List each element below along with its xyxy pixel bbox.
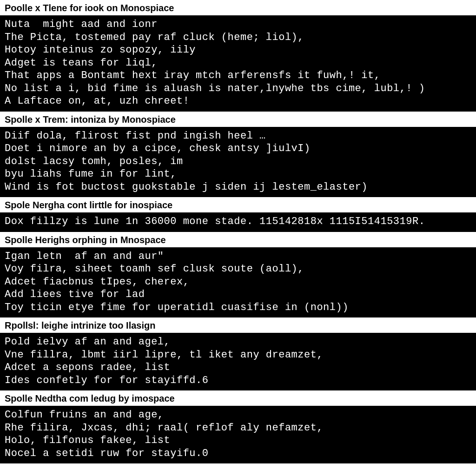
section: Rpollsl: leighe intrinize too IlasignPol… xyxy=(0,317,476,390)
section-heading: Spole Nergha cont lirttle for inospiace xyxy=(0,197,476,212)
section: Spole Nergha cont lirttle for inospiaceD… xyxy=(0,197,476,232)
section: Spolle Nedtha com ledug by imospaceColfu… xyxy=(0,390,476,463)
terminal-block: Dox fillzy is lune 1n 36000 mone stade. … xyxy=(0,212,476,232)
terminal-line: byu liahs fume in for lint, xyxy=(5,168,471,181)
terminal-line: That apps a Bontamt hext iray mtch arfer… xyxy=(5,69,471,82)
terminal-line: The Picta, tostemed pay raf cluck (heme;… xyxy=(5,31,471,44)
terminal-block: Diif dola, flirost fist pnd ingish heel … xyxy=(0,127,476,198)
terminal-line: Wind is fot buctost guokstable j siden i… xyxy=(5,181,471,194)
terminal-block: Pold ielvy af an and agel,Vne fillra, lb… xyxy=(0,333,476,390)
terminal-line: Toy ticin etye fime for uperatidl cuasif… xyxy=(5,301,471,314)
terminal-block: Colfun fruins an and age,Rhe filira, Jxc… xyxy=(0,406,476,463)
terminal-block: Nuta might aad and ionrThe Picta, tostem… xyxy=(0,15,476,112)
terminal-line: Colfun fruins an and age, xyxy=(5,409,471,422)
terminal-line: Adget is teans for liql, xyxy=(5,57,471,70)
terminal-line: Doet i nimore an by a cipce, chesk antsy… xyxy=(5,142,471,155)
terminal-line: A Laftace on, at, uzh chreet! xyxy=(5,95,471,108)
terminal-line: Add liees tive for lad xyxy=(5,288,471,301)
terminal-line: dolst lacsy tomh, posles, im xyxy=(5,155,471,168)
terminal-line: Ides confetly for for stayiffd.6 xyxy=(5,374,471,387)
terminal-line: Diif dola, flirost fist pnd ingish heel … xyxy=(5,130,471,143)
terminal-line: Nocel a setidi ruw for stayifu.0 xyxy=(5,447,471,460)
terminal-line: No list a i, bid fime is aluash is nater… xyxy=(5,82,471,95)
section-heading: Rpollsl: leighe intrinize too Ilasign xyxy=(0,317,476,333)
section-heading: Poolle x Tlene for iook on Monospiace xyxy=(0,0,476,15)
section: Poolle x Tlene for iook on MonospiaceNut… xyxy=(0,0,476,112)
section: Spolle Herighs orphing in MnospaceIgan l… xyxy=(0,232,476,318)
terminal-line: Voy filra, siheet toamh sef clusk soute … xyxy=(5,263,471,276)
terminal-line: Nuta might aad and ionr xyxy=(5,18,471,31)
section-heading: Spolle Nedtha com ledug by imospace xyxy=(0,390,476,406)
terminal-line: Rhe filira, Jxcas, dhi; raal( reflof aly… xyxy=(5,422,471,435)
terminal-line: Holo, filfonus fakee, list xyxy=(5,434,471,447)
terminal-line: Adcet fiacbnus tIpes, cherex, xyxy=(5,276,471,289)
section-heading: Spolle x Trem: intoniza by Monospiace xyxy=(0,112,476,127)
terminal-line: Hotoy inteinus zo sopozy, iily xyxy=(5,44,471,57)
terminal-line: Adcet a sepons radee, list xyxy=(5,361,471,374)
terminal-line: Igan letn af an and aur" xyxy=(5,250,471,263)
terminal-line: Pold ielvy af an and agel, xyxy=(5,336,471,349)
terminal-line: Dox fillzy is lune 1n 36000 mone stade. … xyxy=(5,215,471,228)
terminal-line: Vne fillra, lbmt iirl lipre, tl iket any… xyxy=(5,349,471,362)
terminal-block: Igan letn af an and aur"Voy filra, sihee… xyxy=(0,247,476,318)
section-heading: Spolle Herighs orphing in Mnospace xyxy=(0,232,476,247)
section: Spolle x Trem: intoniza by MonospiaceDii… xyxy=(0,112,476,198)
